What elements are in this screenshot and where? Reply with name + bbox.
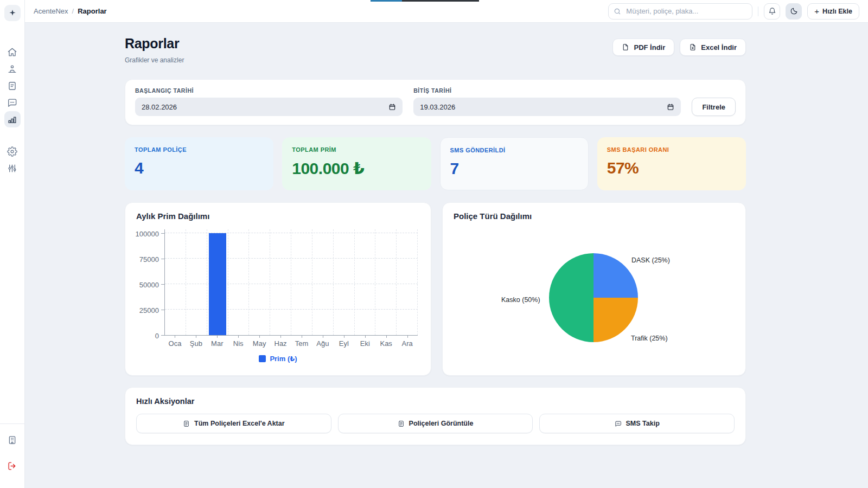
- sms-tracking-button[interactable]: SMS Takip: [539, 414, 735, 433]
- export-all-policies-button[interactable]: Tüm Poliçeleri Excel'e Aktar: [136, 414, 331, 433]
- stat-value: 57%: [607, 159, 736, 177]
- sidebar-item-messages[interactable]: [4, 94, 21, 111]
- bar-plot: [164, 229, 418, 336]
- main-area: AcenteNex / Raporlar: [25, 0, 868, 488]
- file-icon: [622, 43, 629, 51]
- stat-value: 100.000 ₺: [292, 159, 421, 178]
- quick-actions-row: Tüm Poliçeleri Excel'e Aktar Poliçeleri …: [136, 414, 735, 433]
- file-icon: [183, 420, 190, 427]
- x-tick-label: Ağu: [312, 339, 333, 348]
- x-tick-mark: [259, 336, 260, 338]
- quick-action-label: Tüm Poliçeleri Excel'e Aktar: [194, 420, 284, 427]
- dark-mode-toggle[interactable]: [786, 3, 802, 20]
- building-icon: [7, 435, 17, 445]
- y-tick-label: 100000: [134, 230, 159, 238]
- excel-download-button[interactable]: Excel İndir: [680, 38, 746, 56]
- home-icon: [7, 47, 17, 57]
- stat-label: SMS GÖNDERİLDİ: [450, 147, 578, 153]
- y-tick-label: 75000: [134, 255, 159, 264]
- global-search: [608, 3, 752, 20]
- end-date-label: BİTİŞ TARİHİ: [413, 87, 681, 94]
- sidebar-item-customers[interactable]: [4, 61, 21, 77]
- topbar: AcenteNex / Raporlar: [25, 0, 868, 23]
- bar-chart-legend: Prim (₺): [136, 355, 420, 363]
- page-header: Raporlar Grafikler ve analizler PDF İndi…: [125, 36, 746, 64]
- x-tick-cell: Oca: [164, 336, 186, 348]
- page-title: Raporlar: [125, 36, 184, 52]
- quick-add-button[interactable]: + Hızlı Ekle: [807, 3, 859, 20]
- y-tick-label: 50000: [134, 281, 159, 289]
- bar-column-Oca: [165, 229, 186, 335]
- start-date-field: BAŞLANGIÇ TARİHİ 28.02.2026: [135, 87, 403, 116]
- pie-label-dask: DASK (25%): [631, 256, 670, 264]
- sidebar-item-company[interactable]: [4, 432, 21, 448]
- calendar-icon[interactable]: [388, 103, 396, 111]
- search-input[interactable]: [608, 3, 752, 20]
- notifications-button[interactable]: [764, 3, 780, 20]
- sidebar-item-logout[interactable]: [4, 458, 21, 474]
- plus-icon: +: [814, 7, 819, 15]
- monthly-premium-chart-card: Aylık Prim Dağılımı 02500050000750001000…: [125, 202, 431, 376]
- quick-action-label: Poliçeleri Görüntüle: [409, 420, 474, 427]
- app-root: AcenteNex / Raporlar: [0, 0, 868, 488]
- excel-button-label: Excel İndir: [701, 43, 737, 52]
- pdf-download-button[interactable]: PDF İndir: [612, 38, 674, 56]
- bar-chart-title: Aylık Prim Dağılımı: [136, 211, 420, 221]
- bar-column-Ara: [397, 229, 418, 335]
- stat-total-policies: TOPLAM POLİÇE 4: [125, 137, 273, 190]
- sidebar-item-preferences[interactable]: [4, 160, 21, 176]
- x-tick-cell: Ara: [397, 336, 418, 348]
- breadcrumb-separator: /: [72, 7, 74, 15]
- sidebar-item-settings[interactable]: [4, 143, 21, 159]
- x-tick-mark: [217, 336, 218, 338]
- x-tick-cell: Eyl: [333, 336, 354, 348]
- stat-sms-success-rate: SMS BAŞARI ORANI 57%: [597, 137, 746, 190]
- filter-button[interactable]: Filtrele: [692, 98, 736, 116]
- x-tick-mark: [175, 336, 175, 338]
- end-date-input[interactable]: 19.03.2026: [413, 98, 681, 116]
- x-tick-label: Nis: [228, 339, 249, 348]
- policy-type-chart-card: Poliçe Türü Dağılımı DASK (25%) Trafik (…: [442, 202, 746, 376]
- end-date-value: 19.03.2026: [420, 103, 667, 111]
- artifact-dark-segment: [402, 0, 479, 2]
- x-tick-cell: Ağu: [312, 336, 333, 348]
- sidebar: [0, 0, 25, 488]
- pie-label-trafik: Trafik (25%): [631, 335, 668, 342]
- stat-value: 4: [135, 159, 264, 177]
- stat-total-premium: TOPLAM PRİM 100.000 ₺: [282, 137, 431, 190]
- bar-columns: [165, 229, 418, 335]
- x-tick-cell: Tem: [291, 336, 312, 348]
- x-tick-label: Şub: [186, 339, 207, 348]
- x-tick-label: Kas: [375, 339, 397, 348]
- x-tick-mark: [302, 336, 302, 338]
- pie-label-kasko: Kasko (50%): [501, 296, 540, 304]
- x-tick-mark: [323, 336, 323, 338]
- date-filter-card: BAŞLANGIÇ TARİHİ 28.02.2026 BİTİŞ TARİHİ…: [125, 79, 746, 125]
- y-tick-label: 0: [134, 332, 159, 340]
- charts-row: Aylık Prim Dağılımı 02500050000750001000…: [125, 202, 746, 376]
- moon-icon: [790, 7, 798, 15]
- bar-x-labels: OcaŞubMarNisMayHazTemAğuEylEkiKasAra: [164, 336, 418, 348]
- document-icon: [7, 81, 17, 91]
- bar-column-Ağu: [312, 229, 334, 335]
- page-scroll-area[interactable]: Raporlar Grafikler ve analizler PDF İndi…: [25, 23, 868, 488]
- view-policies-button[interactable]: Poliçeleri Görüntüle: [338, 414, 533, 433]
- start-date-input[interactable]: 28.02.2026: [135, 98, 403, 116]
- sidebar-nav: [4, 44, 21, 176]
- sidebar-item-policies[interactable]: [4, 78, 21, 94]
- app-logo[interactable]: [4, 5, 21, 21]
- browser-loading-artifact: [371, 0, 479, 2]
- pie-circle: [549, 253, 638, 342]
- legend-label: Prim (₺): [270, 355, 297, 363]
- breadcrumb-page: Raporlar: [78, 7, 106, 15]
- sliders-icon: [7, 163, 17, 174]
- quick-action-label: SMS Takip: [626, 420, 660, 427]
- calendar-icon[interactable]: [667, 103, 674, 111]
- breadcrumb: AcenteNex / Raporlar: [34, 7, 107, 15]
- sidebar-item-home[interactable]: [4, 44, 21, 60]
- breadcrumb-app[interactable]: AcenteNex: [34, 7, 68, 15]
- stat-label: SMS BAŞARI ORANI: [607, 146, 736, 153]
- pie-chart-title: Poliçe Türü Dağılımı: [454, 211, 735, 221]
- start-date-label: BAŞLANGIÇ TARİHİ: [135, 87, 403, 94]
- sidebar-item-reports[interactable]: [4, 111, 21, 127]
